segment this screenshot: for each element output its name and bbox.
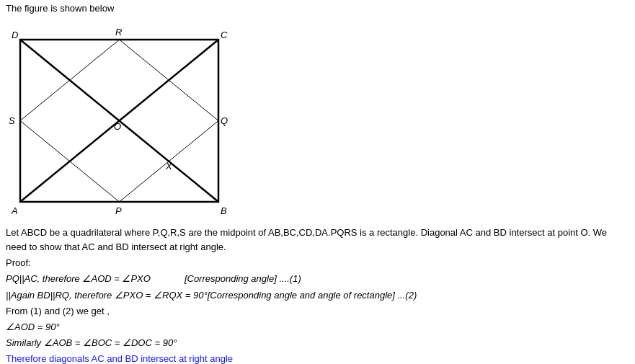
svg-text:D: D bbox=[12, 30, 18, 40]
figure-area: D R C S Q A P B O X bbox=[6, 18, 236, 220]
svg-text:C: C bbox=[221, 30, 228, 40]
proof-line2: ||Again BD||RQ, therefore ∠PXO = ∠RQX = … bbox=[6, 288, 626, 303]
proof-line3: From (1) and (2) we get , bbox=[6, 304, 626, 319]
svg-text:X: X bbox=[165, 161, 173, 172]
proof-line5: Similarly ∠AOB = ∠BOC = ∠DOC = 90° bbox=[6, 336, 626, 350]
line1-reason: [Corresponding angle] ....(1) bbox=[185, 273, 301, 284]
line1-text: PQ||AC, therefore ∠AOD = ∠PXO bbox=[6, 273, 151, 284]
proof-label: Proof: bbox=[6, 256, 626, 270]
proof-line6: Therefore diagonals AC and BD intersect … bbox=[6, 352, 626, 364]
line2-text: ||Again BD||RQ, therefore ∠PXO = ∠RQX = … bbox=[6, 290, 417, 301]
svg-text:B: B bbox=[221, 205, 227, 216]
proof-line4: ∠AOD = 90° bbox=[6, 320, 626, 334]
title: The figure is shown below bbox=[6, 3, 629, 14]
svg-text:R: R bbox=[115, 27, 122, 37]
intro-text: Let ABCD be a quadrilateral where P,Q,R,… bbox=[6, 226, 626, 254]
proof-line1: PQ||AC, therefore ∠AOD = ∠PXO [Correspon… bbox=[6, 272, 626, 286]
svg-text:Q: Q bbox=[221, 115, 228, 126]
proof-section: Let ABCD be a quadrilateral where P,Q,R,… bbox=[6, 226, 626, 364]
svg-text:S: S bbox=[9, 115, 15, 126]
svg-text:A: A bbox=[11, 205, 18, 216]
svg-text:O: O bbox=[114, 121, 121, 132]
svg-text:P: P bbox=[115, 205, 122, 216]
